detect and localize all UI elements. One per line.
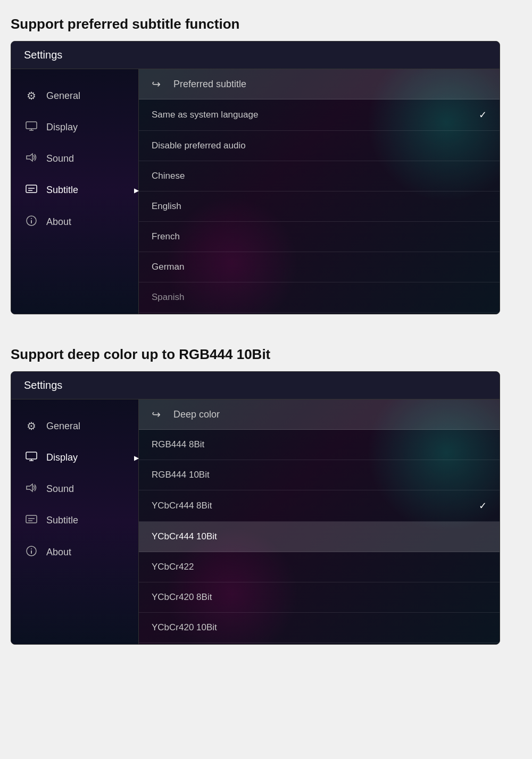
check-icon-same-as-system: ✓ [479, 109, 487, 121]
sidebar-item-about-2[interactable]: About [11, 536, 138, 569]
settings-header-text-2: Settings [24, 379, 62, 391]
menu-item-ycbcr420-8bit[interactable]: YCbCr420 8Bit [139, 582, 500, 613]
sidebar-item-about-1[interactable]: About [11, 206, 138, 238]
sidebar-label-general-2: General [46, 421, 80, 432]
section1-title: Support preferred subtitle function [11, 16, 521, 32]
info-icon-2 [24, 546, 39, 559]
menu-item-rgb444-10bit[interactable]: RGB444 10Bit [139, 460, 500, 490]
sound-icon-2 [24, 483, 39, 495]
menu-item-ycbcr422[interactable]: YCbCr422 [139, 552, 500, 582]
sidebar-label-display-2: Display [46, 452, 78, 463]
content-header-title-1: Preferred subtitle [173, 79, 246, 90]
sidebar-label-sound-2: Sound [46, 483, 74, 495]
svg-point-9 [31, 218, 32, 219]
sidebar-item-display-1[interactable]: Display [11, 112, 138, 143]
settings-body-1: ⚙ General Display [11, 69, 500, 314]
content-header-2: ↩ Deep color [139, 399, 500, 430]
settings-header-text-1: Settings [24, 49, 62, 61]
content-header-1: ↩ Preferred subtitle [139, 69, 500, 99]
sidebar-item-subtitle-2[interactable]: Subtitle [11, 505, 138, 536]
subtitle-icon-2 [24, 514, 39, 527]
sidebar-item-sound-1[interactable]: Sound [11, 143, 138, 174]
menu-item-spanish[interactable]: Spanish [139, 282, 500, 313]
svg-marker-3 [27, 154, 32, 161]
sidebar-label-about-2: About [46, 547, 71, 558]
sidebar-item-general-2[interactable]: ⚙ General [11, 410, 138, 442]
sidebar-label-general-1: General [46, 90, 80, 102]
gear-icon-2: ⚙ [24, 420, 39, 432]
sound-icon-1 [24, 153, 39, 165]
content-panel-1: ↩ Preferred subtitle Same as system lang… [139, 69, 500, 314]
menu-list-1: Same as system language ✓ Disable prefer… [139, 99, 500, 313]
menu-item-ycbcr444-8bit[interactable]: YCbCr444 8Bit ✓ [139, 490, 500, 522]
info-icon-1 [24, 215, 39, 229]
subtitle-icon-1 [24, 184, 39, 196]
settings-panel-2: Settings ⚙ General Display [11, 371, 500, 645]
menu-list-2: RGB444 8Bit RGB444 10Bit YCbCr444 8Bit ✓… [139, 430, 500, 643]
sidebar-item-general-1[interactable]: ⚙ General [11, 80, 138, 112]
sidebar-label-about-1: About [46, 216, 71, 228]
svg-rect-4 [26, 185, 37, 193]
content-panel-2: ↩ Deep color RGB444 8Bit RGB444 10Bit YC… [139, 399, 500, 644]
svg-rect-0 [26, 122, 37, 129]
menu-item-ycbcr444-10bit[interactable]: YCbCr444 10Bit [139, 522, 500, 552]
menu-item-ycbcr420-10bit[interactable]: YCbCr420 10Bit [139, 613, 500, 643]
sidebar-item-display-2[interactable]: Display [11, 442, 138, 473]
svg-rect-14 [26, 515, 37, 523]
display-icon-1 [24, 121, 39, 134]
settings-body-2: ⚙ General Display [11, 399, 500, 644]
settings-header-1: Settings [11, 41, 500, 69]
sidebar-label-display-1: Display [46, 122, 78, 133]
back-icon-1[interactable]: ↩ [152, 78, 161, 90]
settings-header-2: Settings [11, 372, 500, 399]
sidebar-label-subtitle-1: Subtitle [46, 185, 78, 196]
check-icon-ycbcr444-8bit: ✓ [479, 500, 487, 512]
gear-icon-1: ⚙ [24, 89, 39, 102]
content-header-title-2: Deep color [173, 409, 220, 420]
display-icon-2 [24, 452, 39, 464]
settings-panel-1: Settings ⚙ General Display [11, 41, 500, 314]
sidebar-label-subtitle-2: Subtitle [46, 515, 78, 526]
section2-title: Support deep color up to RGB444 10Bit [11, 346, 521, 363]
menu-item-same-as-system[interactable]: Same as system language ✓ [139, 99, 500, 131]
sidebar-item-sound-2[interactable]: Sound [11, 473, 138, 505]
sidebar-item-subtitle-1[interactable]: Subtitle [11, 174, 138, 206]
svg-point-19 [31, 548, 32, 549]
menu-item-disable-preferred[interactable]: Disable preferred audio [139, 131, 500, 161]
menu-item-french[interactable]: French [139, 222, 500, 252]
sidebar-2: ⚙ General Display [11, 399, 139, 644]
svg-rect-10 [26, 452, 37, 459]
sidebar-1: ⚙ General Display [11, 69, 139, 314]
menu-item-english[interactable]: English [139, 191, 500, 222]
menu-item-rgb444-8bit[interactable]: RGB444 8Bit [139, 430, 500, 460]
sidebar-label-sound-1: Sound [46, 153, 74, 164]
back-icon-2[interactable]: ↩ [152, 408, 161, 421]
menu-item-german[interactable]: German [139, 252, 500, 282]
svg-marker-13 [27, 484, 32, 491]
menu-item-chinese[interactable]: Chinese [139, 161, 500, 191]
